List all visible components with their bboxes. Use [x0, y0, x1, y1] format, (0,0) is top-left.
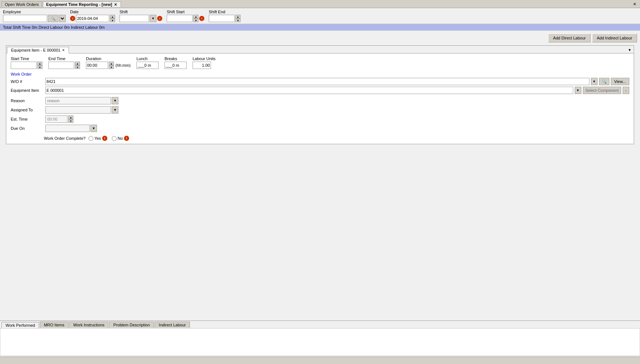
date-spinner: ▲ ▼	[110, 15, 115, 22]
tab-problem-description[interactable]: Problem Description	[109, 322, 154, 328]
tab-close-icon[interactable]: ✕	[113, 3, 118, 7]
shift-input-row: ▼ !	[120, 15, 162, 22]
due-on-label: Due On	[11, 126, 44, 131]
wo-complete-yes-radio[interactable]	[89, 136, 93, 141]
labour-units-field: Labour Units	[193, 56, 215, 69]
equipment-item-panel: Equipment Item - E 000001 ✕ ▼ Start Time	[6, 45, 634, 144]
equipment-tab-label: Equipment Item - E 000001	[11, 48, 60, 52]
start-time-spin-down[interactable]: ▼	[37, 65, 42, 69]
work-performed-textarea[interactable]	[0, 328, 640, 356]
est-time-spin-up[interactable]: ▲	[68, 115, 73, 119]
shift-field-group: Shift ▼ !	[120, 10, 162, 22]
date-spin-up[interactable]: ▲	[110, 15, 115, 18]
lunch-label: Lunch	[136, 56, 159, 61]
tab-indirect-labour[interactable]: Indirect Labour	[155, 322, 190, 328]
shift-end-spinner: ▲ ▼	[235, 15, 241, 22]
tab-equipment-time-reporting[interactable]: Equipment Time Reporting - [new] ✕	[43, 1, 121, 7]
work-order-link[interactable]: Work Order	[11, 72, 32, 76]
shift-input[interactable]	[120, 15, 149, 22]
duration-spinner: ▲ ▼	[109, 62, 114, 69]
shift-start-input[interactable]	[167, 15, 193, 22]
est-time-spin-down[interactable]: ▼	[68, 119, 73, 123]
end-time-input[interactable]	[48, 62, 74, 69]
shift-end-spin-up[interactable]: ▲	[235, 15, 241, 18]
select-component-label: Select Component	[585, 88, 619, 93]
employee-search-icon[interactable]: 🔍	[48, 15, 58, 22]
form-header: Employee 🔍 Date ! ▲ ▼ Shift ▼	[0, 8, 640, 24]
est-time-input-row: ▲ ▼	[45, 115, 119, 123]
reason-input[interactable]	[45, 97, 111, 104]
due-on-dropdown-btn[interactable]: ▼	[90, 125, 97, 132]
wo-complete-yes-required-icon: !	[102, 136, 107, 141]
start-time-input[interactable]	[11, 62, 37, 69]
status-bar	[0, 357, 640, 364]
assigned-to-input-row: ▼	[45, 106, 119, 114]
equipment-item-tab[interactable]: Equipment Item - E 000001 ✕	[7, 47, 69, 53]
content-area: Equipment Item - E 000001 ✕ ▼ Start Time	[0, 45, 640, 364]
tab-panel-dropdown-icon[interactable]: ▼	[626, 47, 633, 53]
end-time-input-row: ▲ ▼	[48, 62, 80, 69]
end-time-label: End Time	[48, 56, 80, 61]
employee-input[interactable]	[3, 15, 47, 22]
due-on-input[interactable]	[45, 125, 90, 132]
reason-input-row: ▼	[45, 97, 119, 104]
reason-dropdown-btn[interactable]: ▼	[112, 97, 118, 104]
equipment-tab-close-icon[interactable]: ✕	[62, 48, 65, 52]
tab-mro-items-label: MRO Items	[44, 323, 65, 327]
employee-field-group: Employee 🔍	[3, 10, 66, 22]
duration-spin-up[interactable]: ▲	[109, 62, 114, 65]
shift-end-input[interactable]	[209, 15, 235, 22]
duration-input[interactable]	[86, 62, 108, 69]
shift-dropdown-btn[interactable]: ▼	[150, 15, 156, 22]
component-dash-button[interactable]: -	[623, 87, 629, 94]
wo-search-icon[interactable]: 🔍	[599, 78, 609, 85]
assigned-to-input[interactable]	[45, 106, 111, 114]
wo-number-dropdown-btn[interactable]: ▼	[591, 78, 598, 85]
shift-start-field-group: Shift Start ▲ ▼ !	[167, 10, 204, 22]
wo-number-label: W/O #	[11, 79, 44, 84]
tab-work-performed[interactable]: Work Performed	[1, 322, 39, 328]
breaks-field: Breaks	[165, 56, 187, 69]
wo-complete-no-label: No	[118, 136, 123, 141]
duration-spin-down[interactable]: ▼	[109, 65, 114, 69]
shift-end-field-group: Shift End ▲ ▼	[209, 10, 241, 22]
date-input[interactable]	[76, 15, 109, 22]
select-component-button[interactable]: Select Component	[583, 87, 622, 94]
end-time-spin-down[interactable]: ▼	[75, 65, 80, 69]
lunch-input[interactable]	[136, 62, 159, 69]
date-input-row: ! ▲ ▼	[70, 15, 115, 22]
wo-view-button[interactable]: View...	[611, 78, 629, 85]
labour-units-input[interactable]	[193, 62, 211, 69]
window-close-icon[interactable]: ✕	[631, 2, 639, 7]
wo-number-input-row: ▼ 🔍 View...	[45, 78, 629, 85]
end-time-spinner: ▲ ▼	[75, 62, 80, 69]
breaks-label: Breaks	[165, 56, 187, 61]
wo-complete-no-radio[interactable]	[112, 136, 117, 141]
wo-complete-no-required-icon: !	[124, 136, 129, 141]
tab-mro-items[interactable]: MRO Items	[40, 322, 69, 328]
tab-work-instructions[interactable]: Work Instructions	[69, 322, 109, 328]
top-tabs-bar: Open Work Orders Equipment Time Reportin…	[0, 0, 640, 8]
bottom-section: Work Performed MRO Items Work Instructio…	[0, 320, 640, 364]
employee-dropdown[interactable]	[59, 15, 66, 22]
date-spin-down[interactable]: ▼	[110, 18, 115, 22]
wo-number-input[interactable]	[45, 78, 589, 85]
start-time-spin-up[interactable]: ▲	[37, 62, 42, 65]
add-indirect-labour-button[interactable]: Add Indirect Labour	[592, 34, 637, 42]
breaks-input[interactable]	[165, 62, 187, 69]
middle-toolbar: Add Direct Labour Add Indirect Labour	[0, 31, 640, 45]
est-time-input[interactable]	[45, 115, 68, 123]
equipment-item-input[interactable]	[45, 87, 573, 94]
employee-input-row: 🔍	[3, 15, 66, 22]
shift-start-input-row: ▲ ▼ !	[167, 15, 204, 22]
reason-section: Reason ▼ Assigned To ▼ Est. Time	[11, 97, 629, 132]
end-time-spin-up[interactable]: ▲	[75, 62, 80, 65]
wo-complete-radio-group: Yes ! No !	[89, 136, 129, 141]
tab-open-work-orders[interactable]: Open Work Orders	[1, 1, 42, 7]
assigned-to-dropdown-btn[interactable]: ▼	[112, 106, 118, 114]
equipment-item-dropdown-btn[interactable]: ▼	[575, 87, 581, 94]
shift-start-spin-up[interactable]: ▲	[193, 15, 198, 18]
shift-end-spin-down[interactable]: ▼	[235, 18, 241, 22]
shift-start-spin-down[interactable]: ▼	[193, 18, 198, 22]
add-direct-labour-button[interactable]: Add Direct Labour	[548, 34, 591, 42]
